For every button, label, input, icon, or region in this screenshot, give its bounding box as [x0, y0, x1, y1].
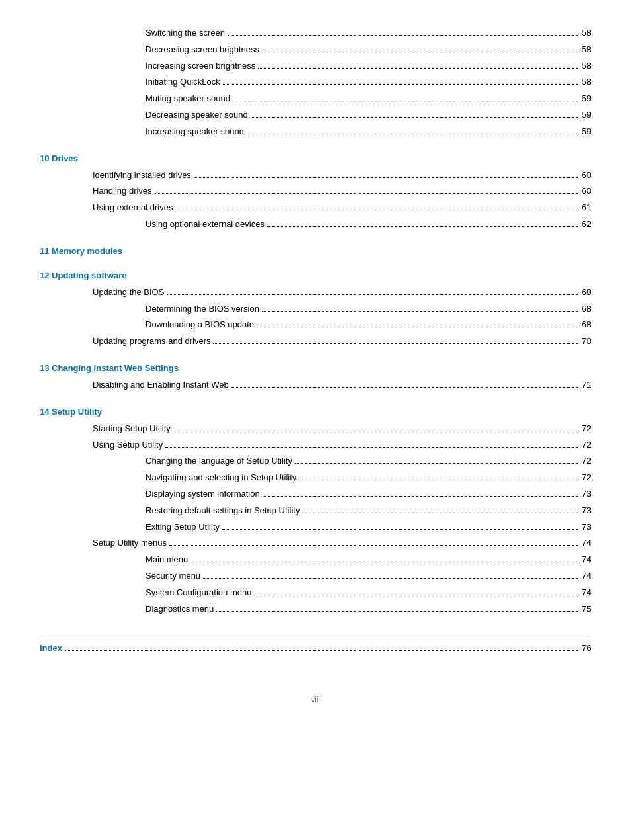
dot-leader [251, 117, 579, 118]
toc-item-bios-version: Determining the BIOS version 68 [40, 302, 591, 316]
toc-item-using-setup: Using Setup Utility 72 [40, 439, 591, 452]
page-number: 75 [582, 603, 591, 616]
page-number: 73 [582, 504, 591, 518]
toc-item-switching-screen: Switching the screen 58 [40, 26, 591, 40]
drives-section: 10 Drives Identifying installed drives 6… [40, 153, 591, 231]
page-number: 62 [582, 218, 591, 231]
dot-leader [194, 177, 579, 178]
toc-item-mute-speaker: Muting speaker sound 59 [40, 92, 591, 106]
toc-item-displaying-sysinfo: Displaying system information 73 [40, 487, 591, 501]
dot-leader [175, 210, 579, 210]
top-entries-section: Switching the screen 58 Decreasing scree… [40, 26, 591, 139]
dot-leader [223, 84, 579, 85]
dot-leader [216, 611, 579, 612]
toc-label: Increasing speaker sound [146, 125, 244, 139]
dot-leader [203, 578, 579, 579]
section-14-header: 14 Setup Utility [40, 407, 591, 417]
toc-label: Identifying installed drives [93, 169, 191, 183]
toc-item-inc-speaker: Increasing speaker sound 59 [40, 125, 591, 139]
toc-label: Decreasing speaker sound [146, 108, 248, 122]
dot-leader [247, 134, 579, 134]
index-label: Index [40, 642, 62, 655]
toc-label: Security menu [146, 569, 200, 583]
setup-utility-section: 14 Setup Utility Starting Setup Utility … [40, 407, 591, 616]
section-10-header: 10 Drives [40, 153, 591, 163]
page-number: 71 [582, 378, 591, 392]
page-number: 72 [582, 422, 591, 436]
dot-leader [167, 294, 579, 295]
dot-leader [295, 463, 579, 464]
toc-label: Exiting Setup Utility [146, 521, 220, 534]
toc-label: Handling drives [93, 185, 152, 198]
dot-leader [299, 480, 579, 480]
dot-leader [258, 68, 579, 69]
page-number: 58 [582, 43, 591, 57]
section-11-header: 11 Memory modules [40, 246, 591, 256]
memory-section: 11 Memory modules [40, 246, 591, 256]
footer: viii [40, 695, 591, 704]
toc-label: Changing the language of Setup Utility [146, 454, 292, 468]
page-number: 74 [582, 586, 591, 600]
toc-label: Updating programs and drivers [93, 335, 210, 349]
toc-label: Navigating and selecting in Setup Utilit… [146, 471, 296, 485]
page-number: 72 [582, 471, 591, 485]
toc-label: Switching the screen [146, 26, 225, 40]
page-number: 68 [582, 318, 591, 332]
dot-leader [262, 311, 579, 312]
page-number: 68 [582, 302, 591, 316]
toc-label: Downloading a BIOS update [146, 318, 254, 332]
toc-label: Diagnostics menu [146, 603, 214, 616]
toc-item-optional-external: Using optional external devices 62 [40, 218, 591, 231]
dot-leader [233, 101, 579, 101]
instant-web-section: 13 Changing Instant Web Settings Disabli… [40, 363, 591, 392]
toc-label: Restoring default settings in Setup Util… [146, 504, 300, 518]
page-number: 74 [582, 536, 591, 550]
toc-item-main-menu: Main menu 74 [40, 553, 591, 567]
dot-leader [155, 193, 579, 194]
toc-item-setup-menus: Setup Utility menus 74 [40, 536, 591, 550]
toc-label: Starting Setup Utility [93, 422, 171, 436]
section-12-header: 12 Updating software [40, 271, 591, 280]
page-number: 59 [582, 108, 591, 122]
toc-item-updating-bios: Updating the BIOS 68 [40, 286, 591, 300]
toc-item-dec-speaker: Decreasing speaker sound 59 [40, 108, 591, 122]
toc-item-index: Index 76 [40, 642, 591, 655]
index-section: Index 76 [40, 636, 591, 655]
page-number: 72 [582, 439, 591, 452]
toc-item-using-external-drives: Using external drives 61 [40, 201, 591, 215]
toc-item-inc-brightness: Increasing screen brightness 58 [40, 60, 591, 73]
dot-leader [267, 226, 579, 227]
toc-label: Muting speaker sound [146, 92, 230, 106]
toc-item-bios-download: Downloading a BIOS update 68 [40, 318, 591, 332]
page-number: 74 [582, 569, 591, 583]
dot-leader [173, 431, 579, 431]
dot-leader [65, 650, 579, 651]
toc-label: Using optional external devices [146, 218, 265, 231]
toc-item-changing-language: Changing the language of Setup Utility 7… [40, 454, 591, 468]
page-number: 59 [582, 125, 591, 139]
dot-leader [263, 496, 579, 497]
dot-leader [231, 387, 579, 388]
toc-label: Displaying system information [146, 487, 260, 501]
page-number: 70 [582, 335, 591, 349]
page-number: 73 [582, 521, 591, 534]
dot-leader [165, 447, 579, 448]
dot-leader [190, 562, 579, 562]
dot-leader [302, 513, 579, 513]
dot-leader [257, 327, 579, 327]
dot-leader [222, 529, 579, 530]
toc-item-restoring-defaults: Restoring default settings in Setup Util… [40, 504, 591, 518]
updating-section: 12 Updating software Updating the BIOS 6… [40, 271, 591, 349]
toc-label: Main menu [146, 553, 188, 567]
toc-label: Disabling and Enabling Instant Web [93, 378, 229, 392]
toc-item-sysconfg-menu: System Configuration menu 74 [40, 586, 591, 600]
page-number: 76 [582, 642, 591, 655]
page-number: 58 [582, 26, 591, 40]
page-number: 74 [582, 553, 591, 567]
page-number: 72 [582, 454, 591, 468]
dot-leader [213, 343, 579, 344]
toc-item-diagnostics-menu: Diagnostics menu 75 [40, 603, 591, 616]
toc-item-security-menu: Security menu 74 [40, 569, 591, 583]
toc-label: System Configuration menu [146, 586, 251, 600]
toc-item-quicklock: Initiating QuickLock 58 [40, 75, 591, 89]
